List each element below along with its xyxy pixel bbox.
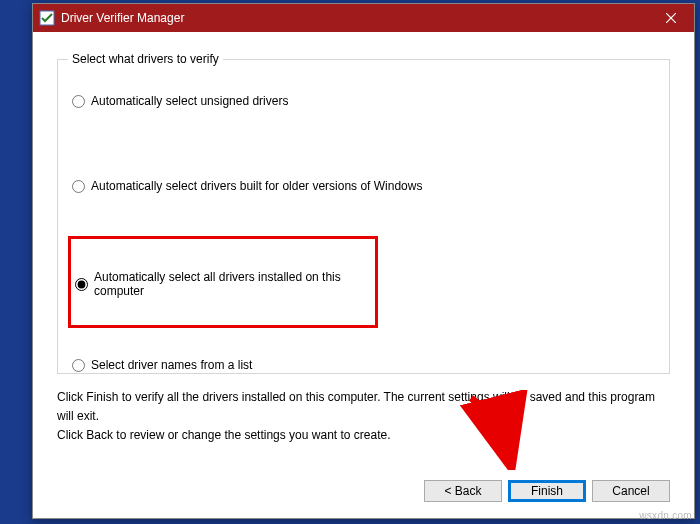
close-icon (666, 13, 676, 23)
group-legend: Select what drivers to verify (68, 52, 223, 66)
dialog-content: Select what drivers to verify Automatica… (33, 32, 694, 518)
radio-older-input[interactable] (72, 180, 85, 193)
radio-all-label: Automatically select all drivers install… (94, 270, 375, 298)
radio-all-input[interactable] (75, 278, 88, 291)
app-icon (39, 10, 55, 26)
radio-unsigned-drivers[interactable]: Automatically select unsigned drivers (72, 94, 288, 108)
instructions-text: Click Finish to verify all the drivers i… (57, 388, 670, 446)
drivers-group: Select what drivers to verify Automatica… (57, 52, 670, 374)
cancel-button[interactable]: Cancel (592, 480, 670, 502)
radio-unsigned-label: Automatically select unsigned drivers (91, 94, 288, 108)
watermark: wsxdn.com (639, 510, 692, 521)
radio-older-label: Automatically select drivers built for o… (91, 179, 422, 193)
instructions-line-1: Click Finish to verify all the drivers i… (57, 388, 670, 426)
radio-list-label: Select driver names from a list (91, 358, 252, 372)
radio-all-drivers[interactable]: Automatically select all drivers install… (75, 270, 375, 298)
dialog-window: Driver Verifier Manager Select what driv… (32, 3, 695, 519)
close-button[interactable] (648, 4, 694, 32)
radio-from-list[interactable]: Select driver names from a list (72, 358, 252, 372)
button-bar: < Back Finish Cancel (424, 480, 670, 502)
back-button[interactable]: < Back (424, 480, 502, 502)
finish-button[interactable]: Finish (508, 480, 586, 502)
radio-older-windows[interactable]: Automatically select drivers built for o… (72, 179, 422, 193)
window-title: Driver Verifier Manager (61, 11, 648, 25)
titlebar: Driver Verifier Manager (33, 4, 694, 32)
instructions-line-2: Click Back to review or change the setti… (57, 426, 670, 445)
radio-unsigned-input[interactable] (72, 95, 85, 108)
highlight-box: Automatically select all drivers install… (68, 236, 378, 328)
radio-list-input[interactable] (72, 359, 85, 372)
